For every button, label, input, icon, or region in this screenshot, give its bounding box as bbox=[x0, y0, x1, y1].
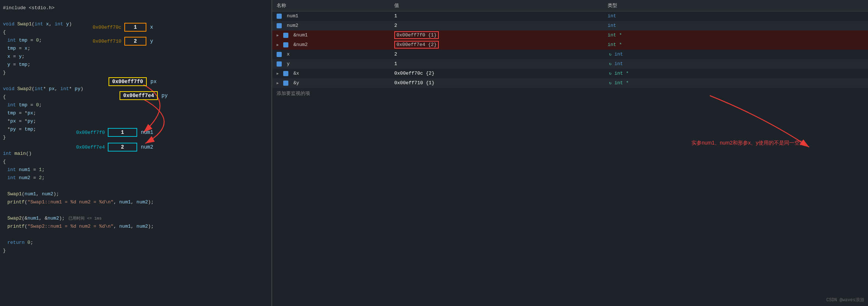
row-type: ↻ int * bbox=[603, 78, 868, 88]
col-value-header: 值 bbox=[390, 0, 603, 11]
swap1-close-brace: } bbox=[0, 68, 271, 76]
mem-box-py: 0x00eff7e4 py bbox=[120, 91, 168, 100]
refresh-icon: ↻ bbox=[609, 71, 612, 76]
label-num1: num1 bbox=[141, 129, 153, 135]
mem-box-px: 0x00eff7f0 px bbox=[108, 77, 168, 86]
main-line6: printf("Swap2::num1 = %d num2 = %d\n", n… bbox=[0, 222, 271, 230]
label-x: x bbox=[150, 24, 153, 30]
table-row: num2 2 int bbox=[272, 21, 868, 31]
label-y: y bbox=[150, 38, 153, 44]
row-name: y bbox=[272, 59, 390, 69]
label-px: px bbox=[150, 79, 157, 85]
swap1-line3: x = y; bbox=[0, 52, 271, 60]
right-panel: 名称 值 类型 num1 1 int bbox=[272, 0, 868, 306]
mem-box-x: 0x00eff70c 1 x bbox=[85, 23, 153, 32]
eye-icon bbox=[283, 71, 288, 76]
addr-y: 0x00eff710 bbox=[85, 39, 121, 44]
row-name: ▶ &y bbox=[272, 78, 390, 88]
table-row: x 2 ↻ int bbox=[272, 50, 868, 59]
expand-icon: ▶ bbox=[277, 71, 279, 76]
row-value: 0x00eff710 {1} bbox=[390, 78, 603, 88]
blank-line-5 bbox=[0, 206, 271, 214]
mem-box-y: 0x00eff710 2 y bbox=[85, 37, 153, 46]
row-type: int bbox=[603, 21, 868, 31]
addr-num2: 0x00eff7e4 bbox=[68, 145, 105, 150]
blank-line-6 bbox=[0, 230, 271, 238]
row-value: 0x00eff70c {2} bbox=[390, 69, 603, 78]
row-value: 2 bbox=[390, 21, 603, 31]
main-line1: int num1 = 1; bbox=[0, 166, 271, 174]
row-type: ↻ int bbox=[603, 50, 868, 59]
row-value: 1 bbox=[390, 59, 603, 69]
row-name: num2 bbox=[272, 21, 390, 31]
swap2-line3: *px = *py; bbox=[0, 117, 271, 125]
main-line4: printf("Swap1::num1 = %d num2 = %d\n", n… bbox=[0, 198, 271, 206]
blank-line-4 bbox=[0, 182, 271, 190]
row-name: ▶ &num1 bbox=[272, 31, 390, 40]
row-name: x bbox=[272, 50, 390, 59]
eye-icon bbox=[277, 61, 282, 67]
annotation-text: 实参num1、num2和形参x、y使用的不是同一空间 bbox=[691, 140, 805, 146]
row-type: ↻ int * bbox=[603, 69, 868, 78]
swap2-line2: tmp = *px; bbox=[0, 109, 271, 117]
val-box-num1: 1 bbox=[108, 128, 137, 137]
val-box-num2: 2 bbox=[108, 143, 137, 152]
row-type: ↻ int bbox=[603, 59, 868, 69]
val-box-y: 2 bbox=[124, 37, 146, 46]
watch-table-header: 名称 值 类型 bbox=[272, 0, 868, 11]
blank-line-1 bbox=[0, 12, 271, 20]
mem-box-num2: 0x00eff7e4 2 num2 bbox=[68, 143, 153, 152]
row-name: ▶ &num2 bbox=[272, 40, 390, 50]
eye-icon bbox=[283, 42, 288, 47]
left-panel: #include <stdio.h> void Swap1(int x, int… bbox=[0, 0, 272, 306]
table-row: ▶ &y 0x00eff710 {1} ↻ int * bbox=[272, 78, 868, 88]
label-py: py bbox=[161, 93, 168, 99]
val-box-py: 0x00eff7e4 bbox=[120, 91, 158, 100]
watch-window: 名称 值 类型 num1 1 int bbox=[272, 0, 868, 99]
table-row: y 1 ↻ int bbox=[272, 59, 868, 69]
addr-num1: 0x00eff7f0 bbox=[68, 130, 105, 135]
mem-box-num1: 0x00eff7f0 1 num1 bbox=[68, 128, 153, 137]
watermark: CSDN @waves浪游 bbox=[826, 297, 864, 303]
col-type-header: 类型 bbox=[603, 0, 868, 11]
eye-icon bbox=[283, 81, 288, 86]
watch-table: 名称 值 类型 num1 1 int bbox=[272, 0, 868, 88]
label-num2: num2 bbox=[141, 144, 153, 150]
eye-icon bbox=[277, 23, 282, 28]
val-box-x: 1 bbox=[124, 23, 146, 32]
row-name: num1 bbox=[272, 11, 390, 21]
swap1-line4: y = tmp; bbox=[0, 60, 271, 68]
add-watch-label[interactable]: 添加要监视的项 bbox=[272, 88, 868, 99]
table-row: ▶ &num1 0x00eff7f0 {1} int * bbox=[272, 31, 868, 40]
refresh-icon: ↻ bbox=[609, 81, 612, 85]
main-line5: Swap2(&num1, &num2); 已用时间 <= 1ms bbox=[0, 214, 271, 222]
row-value: 2 bbox=[390, 50, 603, 59]
refresh-icon: ↻ bbox=[609, 52, 612, 57]
expand-icon: ▶ bbox=[277, 33, 279, 38]
table-row: num1 1 int bbox=[272, 11, 868, 21]
mem-diagram-swap1: 0x00eff70c 1 x 0x00eff710 2 y bbox=[85, 23, 153, 49]
include-line: #include <stdio.h> bbox=[0, 4, 271, 12]
row-value: 1 bbox=[390, 11, 603, 21]
expand-icon: ▶ bbox=[277, 81, 279, 85]
main-line3: Swap1(num1, num2); bbox=[0, 190, 271, 198]
main-open-brace: { bbox=[0, 157, 271, 166]
mem-diagram-swap2: 0x00eff7f0 px 0x00eff7e4 py bbox=[108, 77, 168, 103]
row-type: int * bbox=[603, 40, 868, 50]
watch-table-body: num1 1 int num2 2 int ▶ bbox=[272, 11, 868, 88]
row-value: 0x00eff7f0 {1} bbox=[390, 31, 603, 40]
row-type: int bbox=[603, 11, 868, 21]
main-close-brace: } bbox=[0, 246, 271, 255]
refresh-icon: ↻ bbox=[609, 61, 612, 66]
eye-icon bbox=[283, 33, 288, 38]
val-box-px: 0x00eff7f0 bbox=[108, 77, 147, 86]
row-name: ▶ &x bbox=[272, 69, 390, 78]
annotation-area: 实参num1、num2和形参x、y使用的不是同一空间 bbox=[691, 88, 839, 163]
expand-icon: ▶ bbox=[277, 43, 279, 47]
eye-icon bbox=[277, 14, 282, 19]
main-line2: int num2 = 2; bbox=[0, 174, 271, 182]
table-row: ▶ &x 0x00eff70c {2} ↻ int * bbox=[272, 69, 868, 78]
main-line7: return 0; bbox=[0, 238, 271, 246]
mem-diagram-main: 0x00eff7f0 1 num1 0x00eff7e4 2 num2 bbox=[68, 128, 153, 154]
addr-x: 0x00eff70c bbox=[85, 25, 121, 30]
